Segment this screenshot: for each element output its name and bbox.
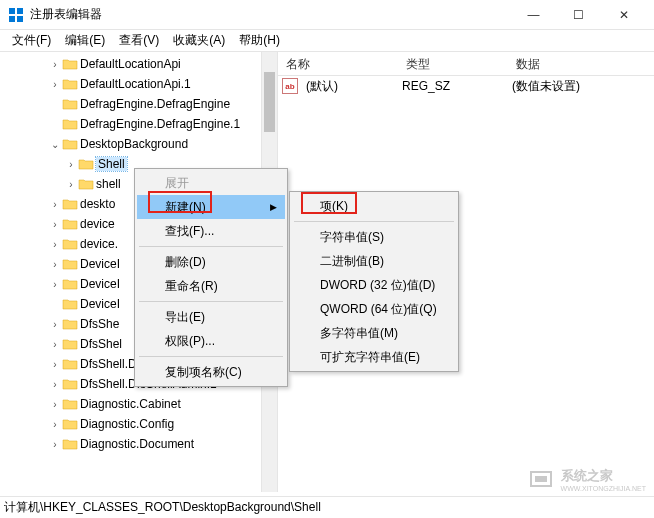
cm-copy-key-name[interactable]: 复制项名称(C): [137, 360, 285, 384]
statusbar: 计算机\HKEY_CLASSES_ROOT\DesktopBackground\…: [0, 496, 654, 518]
tree-item-label: Diagnostic.Document: [80, 437, 194, 451]
cm-new[interactable]: 新建(N) ▶: [137, 195, 285, 219]
tree-item[interactable]: ›DefaultLocationApi: [0, 54, 277, 74]
cm-rename[interactable]: 重命名(R): [137, 274, 285, 298]
tree-item-label: Shell: [96, 157, 127, 171]
tree-expander-icon[interactable]: ›: [64, 159, 78, 170]
separator: [139, 356, 283, 357]
cm-new-string[interactable]: 字符串值(S): [292, 225, 456, 249]
separator: [139, 246, 283, 247]
cm-new-multistring[interactable]: 多字符串值(M): [292, 321, 456, 345]
tree-expander-icon[interactable]: ›: [48, 439, 62, 450]
tree-expander-icon[interactable]: ›: [48, 259, 62, 270]
tree-item-label: DeviceI: [80, 277, 120, 291]
watermark-icon: [529, 468, 557, 492]
tree-item-label: DfsShel: [80, 337, 122, 351]
cm-export[interactable]: 导出(E): [137, 305, 285, 329]
tree-item-label: DeviceI: [80, 257, 120, 271]
tree-expander-icon[interactable]: ›: [48, 279, 62, 290]
tree-item-label: DesktopBackground: [80, 137, 188, 151]
tree-item-label: DfsShe: [80, 317, 119, 331]
cm-find[interactable]: 查找(F)...: [137, 219, 285, 243]
tree-item-label: DefaultLocationApi.1: [80, 77, 191, 91]
minimize-button[interactable]: —: [511, 0, 556, 30]
tree-item-label: deskto: [80, 197, 115, 211]
tree-item-label: DeviceI: [80, 297, 120, 311]
cell-data: (数值未设置): [508, 78, 584, 95]
tree-item[interactable]: ›Diagnostic.Document: [0, 434, 277, 454]
string-value-icon: ab: [282, 78, 298, 94]
tree-expander-icon[interactable]: ›: [48, 339, 62, 350]
cell-type: REG_SZ: [398, 79, 508, 93]
tree-expander-icon[interactable]: ›: [48, 419, 62, 430]
separator: [294, 221, 454, 222]
tree-item[interactable]: DefragEngine.DefragEngine: [0, 94, 277, 114]
tree-item[interactable]: ⌄DesktopBackground: [0, 134, 277, 154]
tree-item-label: device: [80, 217, 115, 231]
tree-expander-icon[interactable]: ›: [48, 399, 62, 410]
col-type[interactable]: 类型: [398, 52, 508, 75]
tree-item-label: device.: [80, 237, 118, 251]
col-name[interactable]: 名称: [278, 52, 398, 75]
tree-item-label: Diagnostic.Cabinet: [80, 397, 181, 411]
scrollbar-thumb[interactable]: [264, 72, 275, 132]
tree-item-label: Diagnostic.Config: [80, 417, 174, 431]
menu-edit[interactable]: 编辑(E): [59, 30, 111, 51]
watermark-line1: 系统之家: [561, 467, 646, 485]
tree-item[interactable]: DefragEngine.DefragEngine.1: [0, 114, 277, 134]
tree-expander-icon[interactable]: ›: [48, 239, 62, 250]
tree-item[interactable]: ›Diagnostic.Cabinet: [0, 394, 277, 414]
menubar: 文件(F) 编辑(E) 查看(V) 收藏夹(A) 帮助(H): [0, 30, 654, 52]
tree-item-label: DefragEngine.DefragEngine: [80, 97, 230, 111]
tree-item-label: DefragEngine.DefragEngine.1: [80, 117, 240, 131]
svg-rect-1: [17, 8, 23, 14]
cm-delete[interactable]: 删除(D): [137, 250, 285, 274]
cm-new-dword[interactable]: DWORD (32 位)值(D): [292, 273, 456, 297]
tree-expander-icon[interactable]: ›: [48, 79, 62, 90]
app-icon: [8, 7, 24, 23]
tree-expander-icon[interactable]: ›: [48, 59, 62, 70]
tree-expander-icon[interactable]: ›: [48, 359, 62, 370]
window-title: 注册表编辑器: [30, 6, 511, 23]
svg-rect-5: [535, 476, 547, 482]
menu-file[interactable]: 文件(F): [6, 30, 57, 51]
tree-expander-icon[interactable]: ›: [48, 219, 62, 230]
tree-expander-icon[interactable]: ⌄: [48, 139, 62, 150]
cm-permissions[interactable]: 权限(P)...: [137, 329, 285, 353]
context-menu-new-submenu: 项(K) 字符串值(S) 二进制值(B) DWORD (32 位)值(D) QW…: [289, 191, 459, 372]
cm-new-key[interactable]: 项(K): [292, 194, 456, 218]
menu-view[interactable]: 查看(V): [113, 30, 165, 51]
cm-expand[interactable]: 展开: [137, 171, 285, 195]
menu-help[interactable]: 帮助(H): [233, 30, 286, 51]
close-button[interactable]: ✕: [601, 0, 646, 30]
tree-item[interactable]: ›Diagnostic.Config: [0, 414, 277, 434]
tree-item[interactable]: ›DefaultLocationApi.1: [0, 74, 277, 94]
context-menu-primary: 展开 新建(N) ▶ 查找(F)... 删除(D) 重命名(R) 导出(E) 权…: [134, 168, 288, 387]
watermark: 系统之家 WWW.XITONGZHIJIA.NET: [529, 467, 646, 492]
watermark-line2: WWW.XITONGZHIJIA.NET: [561, 485, 646, 492]
list-row[interactable]: ab (默认) REG_SZ (数值未设置): [278, 76, 654, 96]
cm-new-label: 新建(N): [165, 199, 206, 216]
cm-new-expandstring[interactable]: 可扩充字符串值(E): [292, 345, 456, 369]
tree-expander-icon[interactable]: ›: [64, 179, 78, 190]
chevron-right-icon: ▶: [270, 202, 277, 212]
maximize-button[interactable]: ☐: [556, 0, 601, 30]
cm-new-binary[interactable]: 二进制值(B): [292, 249, 456, 273]
separator: [139, 301, 283, 302]
cell-name: (默认): [302, 78, 398, 95]
titlebar: 注册表编辑器 — ☐ ✕: [0, 0, 654, 30]
tree-expander-icon[interactable]: ›: [48, 199, 62, 210]
tree-expander-icon[interactable]: ›: [48, 379, 62, 390]
statusbar-path: 计算机\HKEY_CLASSES_ROOT\DesktopBackground\…: [4, 499, 321, 516]
svg-rect-2: [9, 16, 15, 22]
svg-rect-3: [17, 16, 23, 22]
menu-favorites[interactable]: 收藏夹(A): [167, 30, 231, 51]
tree-item-label: shell: [96, 177, 121, 191]
col-data[interactable]: 数据: [508, 52, 654, 75]
cm-new-qword[interactable]: QWORD (64 位)值(Q): [292, 297, 456, 321]
svg-rect-0: [9, 8, 15, 14]
tree-item-label: DefaultLocationApi: [80, 57, 181, 71]
tree-expander-icon[interactable]: ›: [48, 319, 62, 330]
list-header: 名称 类型 数据: [278, 52, 654, 76]
